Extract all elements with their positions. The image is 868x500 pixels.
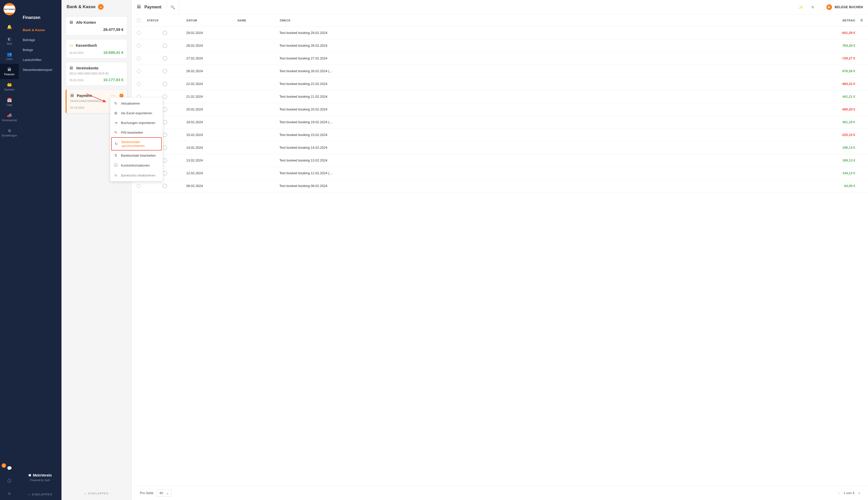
status-indicator-icon — [162, 171, 167, 175]
refresh-button[interactable]: ↻ — [808, 2, 818, 12]
ctx-label: PIN bearbeiten — [121, 130, 143, 134]
subnav-bank-kasse[interactable]: Bank & Kasse — [19, 25, 61, 35]
nav-spenden[interactable]: 🤲Spenden — [0, 79, 19, 94]
page-size-select[interactable]: 40 ⌄ — [157, 489, 171, 497]
nav-einstellungen[interactable]: ⚙Einstellungen — [0, 125, 19, 140]
status-indicator-icon — [162, 145, 167, 150]
nav-info[interactable]: ⓘ — [0, 475, 19, 487]
table-row[interactable]: 28.02.2024Test booked booking 28.02.2024… — [132, 39, 868, 52]
search-button[interactable]: 🔍 — [167, 0, 179, 14]
status-indicator-icon — [162, 184, 167, 188]
nav-messages[interactable]: 3 💬 — [0, 462, 19, 475]
prev-page-button[interactable]: ‹ — [838, 491, 840, 496]
account-name: Vereinskonto — [76, 66, 99, 70]
table-row[interactable]: 13.02.2024Test booked booking 13.02.2024… — [132, 154, 868, 167]
status-indicator-icon — [162, 133, 167, 137]
account-date: 25.01.2024 — [69, 79, 83, 82]
col-purpose[interactable]: ZWECK — [276, 19, 826, 22]
table-row[interactable]: 14.02.2024Test booked booking 14.02.2024… — [132, 141, 868, 154]
select-all-checkbox[interactable] — [137, 18, 141, 22]
chevron-left-icon: « — [84, 492, 86, 495]
col-status[interactable]: STATUS — [147, 19, 183, 22]
row-checkbox[interactable] — [137, 184, 141, 188]
nav-listen[interactable]: 👥Listen — [0, 48, 19, 64]
table-footer: Pro Seite 40 ⌄ ‹ 1 von 4 › — [132, 486, 868, 500]
row-date: 15.02.2024 — [183, 133, 234, 137]
info-icon: ⓘ — [114, 163, 118, 168]
col-amount[interactable]: BETRAG — [826, 19, 855, 22]
ctx-deactivate[interactable]: ⊖Bankkonto deaktivieren — [110, 170, 163, 180]
gear-icon: ⚙ — [8, 128, 11, 133]
subnav-beitraege[interactable]: Beiträge — [19, 35, 61, 45]
table-row[interactable]: 27.02.2024Test booked booking 27.02.2024… — [132, 52, 868, 65]
subnav-steuerberaterexport[interactable]: Steuerberaterexport — [19, 65, 61, 75]
collapse-sidebar-button[interactable]: « EINKLAPPEN — [19, 487, 61, 500]
row-checkbox[interactable] — [137, 31, 141, 35]
megaphone-icon: 📣 — [7, 113, 12, 118]
nav-vereinsportal[interactable]: 📣Vereinsportal — [0, 110, 19, 125]
add-account-button[interactable]: + — [98, 4, 104, 10]
nav-start[interactable]: ◐Start — [0, 33, 19, 48]
row-amount: 64,08 € — [826, 184, 855, 188]
sync-icon: ↻ — [114, 142, 118, 146]
row-amount: -400,20 € — [826, 107, 855, 111]
org-logo[interactable]: TESTVEREIN — [3, 3, 15, 15]
collapse-accounts-button[interactable]: « EINKLAPPEN — [61, 487, 132, 500]
row-purpose: Test booked booking 12.02.2024 (… — [276, 171, 826, 175]
import-icon: ⇥ — [114, 121, 118, 125]
belege-buchen-button[interactable]: ▶ BELEGE BUCHEN — [826, 4, 863, 10]
table-row[interactable]: 22.02.2024Test booked booking 22.02.2024… — [132, 78, 868, 90]
table-row[interactable]: 19.02.2024Test booked booking 19.02.2024… — [132, 116, 868, 128]
ctx-export-excel[interactable]: ⊞Als Excel exportieren — [110, 108, 163, 118]
account-card-kassenbuch[interactable]: ▭ Kassenbuch 15.02.2024 19.699,41 € — [66, 39, 127, 58]
column-settings-button[interactable]: ☰ — [855, 19, 863, 22]
account-card-vereinskonto[interactable]: 🏛 Vereinskonto DE12 3400 0000 0000 5678 … — [66, 62, 127, 86]
table-row[interactable]: 20.02.2024Test booked booking 20.02.2024… — [132, 103, 868, 116]
account-card-all[interactable]: 🏛 Alle Konten 29.477,59 € — [66, 16, 127, 35]
ctx-edit-bank[interactable]: ⇅Bankkontakt bearbeiten — [110, 150, 163, 160]
table-row[interactable]: 21.02.2024Test booked booking 21.02.2024… — [132, 90, 868, 103]
ctx-import-bookings[interactable]: ⇥Buchungen importieren — [110, 118, 163, 127]
row-purpose: Test booked booking 15.02.2024 — [276, 133, 826, 137]
row-date: 08.02.2024 — [183, 184, 234, 188]
row-purpose: Test booked booking 27.02.2024 — [276, 56, 826, 60]
plus-icon: + — [100, 5, 102, 9]
table-row[interactable]: 26.02.2024Test booked booking 26.02.2024… — [132, 65, 868, 78]
magic-button[interactable]: ✨ — [796, 2, 806, 12]
row-amount: -841,29 € — [826, 31, 855, 35]
nav-finanzen[interactable]: 🏛Finanzen — [0, 64, 19, 79]
nav-notifications[interactable]: 🔔 — [0, 20, 19, 33]
row-date: 13.02.2024 — [183, 158, 234, 162]
ctx-refresh[interactable]: ↻Aktualisieren — [110, 99, 163, 108]
table-header: STATUS DATUM NAME ZWECK BETRAG ☰ — [132, 14, 868, 26]
row-checkbox[interactable] — [137, 44, 141, 48]
row-checkbox[interactable] — [137, 69, 141, 73]
nav-label: Finanzen — [4, 73, 14, 76]
nav-logout[interactable]: ⎋ — [0, 487, 19, 500]
col-name[interactable]: NAME — [234, 19, 276, 22]
nav-label: Listen — [6, 58, 13, 60]
subnav-lastschriften[interactable]: Lastschriften — [19, 55, 61, 65]
table-row[interactable]: 08.02.2024Test booked booking 08.02.2024… — [132, 180, 868, 192]
account-card-payment[interactable]: 🏛 Payment ⋯ ✓ DE00123456780000001234 01.… — [66, 89, 127, 113]
row-purpose: Test booked booking 20.02.2024 — [276, 107, 826, 111]
account-date: 01.03.2024 — [70, 106, 84, 109]
sub-sidebar: Finanzen Bank & Kasse Beiträge Belege La… — [19, 0, 61, 500]
ctx-sync-bank[interactable]: ↻Bankkontakt synchronisieren — [111, 137, 162, 150]
ctx-label: Buchungen importieren — [121, 121, 155, 125]
row-purpose: Test booked booking 14.02.2024 — [276, 146, 826, 149]
table-row[interactable]: 15.02.2024Test booked booking 15.02.2024… — [132, 128, 868, 141]
subnav-belege[interactable]: Belege — [19, 45, 61, 55]
row-checkbox[interactable] — [137, 56, 141, 60]
wand-icon: ✨ — [799, 5, 803, 9]
table-row[interactable]: 12.02.2024Test booked booking 12.02.2024… — [132, 167, 868, 180]
table-row[interactable]: 29.02.2024Test booked booking 29.02.2024… — [132, 26, 868, 39]
row-date: 29.02.2024 — [183, 31, 234, 35]
col-date[interactable]: DATUM — [183, 19, 234, 22]
ctx-account-info[interactable]: ⓘKontoinformationen — [110, 160, 163, 170]
ctx-edit-pin[interactable]: ✎PIN bearbeiten — [110, 127, 163, 137]
row-checkbox[interactable] — [137, 82, 141, 86]
next-page-button[interactable]: › — [859, 491, 860, 496]
row-purpose: Test booked booking 19.02.2024 (… — [276, 120, 826, 124]
nav-orga[interactable]: 📅Orga — [0, 94, 19, 110]
